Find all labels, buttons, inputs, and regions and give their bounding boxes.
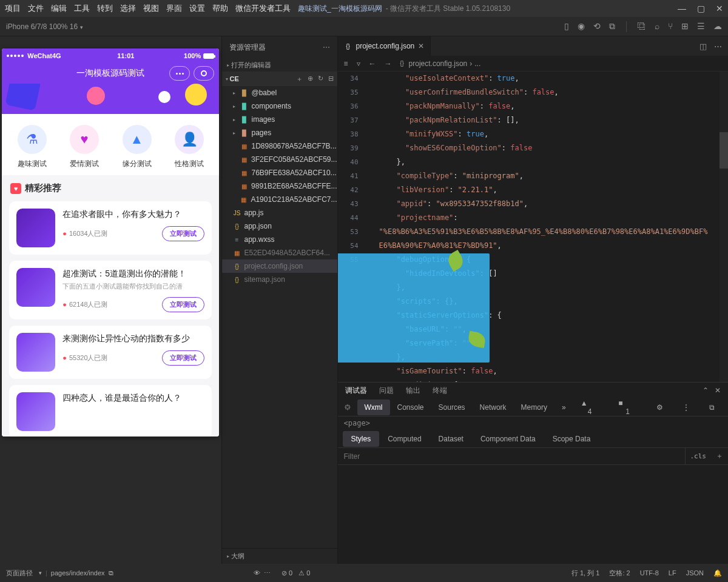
bookmark-icon[interactable]: ▿: [357, 59, 360, 68]
devtools-tab[interactable]: 调试器: [345, 386, 367, 396]
panel-icon[interactable]: ☰: [697, 21, 705, 32]
search-icon[interactable]: ⌕: [655, 21, 659, 32]
tab-close-icon[interactable]: ✕: [418, 42, 424, 50]
inspector-tab[interactable]: Memory: [514, 400, 554, 415]
encoding[interactable]: UTF-8: [640, 569, 659, 577]
styles-tab[interactable]: Scope Data: [544, 431, 599, 447]
cloud-icon[interactable]: ☁: [713, 21, 722, 32]
open-editors-section[interactable]: ▸打开的编辑器: [222, 58, 337, 72]
cursor-position[interactable]: 行 1, 列 1: [571, 569, 599, 578]
inspector-tab[interactable]: Sources: [431, 400, 473, 415]
copy-icon[interactable]: ⧉: [109, 569, 113, 577]
ext-icon[interactable]: ⊞: [681, 21, 689, 32]
capsule-close-icon[interactable]: [194, 66, 214, 81]
test-button[interactable]: 立即测试: [162, 350, 204, 366]
devtools-tab[interactable]: 输出: [406, 386, 420, 396]
more-icon[interactable]: ⋯: [323, 43, 330, 52]
outline-section[interactable]: ▸大纲: [222, 548, 337, 564]
language-mode[interactable]: JSON: [686, 569, 704, 577]
dock-icon[interactable]: ⧉: [702, 400, 722, 415]
styles-tab[interactable]: Component Data: [472, 431, 544, 447]
category-item[interactable]: ▲缘分测试: [123, 125, 152, 169]
eol[interactable]: LF: [669, 569, 676, 577]
capsule-menu-icon[interactable]: [169, 66, 190, 81]
menu-item[interactable]: 帮助: [212, 3, 228, 14]
new-file-icon[interactable]: ＋: [296, 75, 303, 84]
errors-count[interactable]: ⊘ 0: [281, 569, 292, 577]
breadcrumb[interactable]: {}project.config.json›...: [398, 59, 481, 68]
kebab-icon[interactable]: ⋮: [675, 400, 697, 415]
code-editor[interactable]: 3435363738394041424344535455 "useIsolate…: [338, 72, 728, 382]
styles-tab[interactable]: Computed: [379, 431, 430, 447]
menu-item[interactable]: 选择: [120, 3, 136, 14]
menu-item[interactable]: 界面: [166, 3, 182, 14]
card-item[interactable]: 在追求者眼中，你有多大魅力？●16034人已测立即测试: [9, 201, 212, 255]
devtools-tab[interactable]: 问题: [379, 386, 394, 396]
more-icon[interactable]: ⋯: [264, 569, 271, 577]
menu-item[interactable]: 微信开发者工具: [235, 3, 291, 14]
inspect-icon[interactable]: ⯐: [338, 400, 357, 415]
filter-input[interactable]: [338, 452, 685, 461]
list-icon[interactable]: ≡: [344, 59, 348, 68]
add-style-icon[interactable]: ＋: [711, 451, 728, 461]
menu-item[interactable]: 编辑: [51, 3, 67, 14]
card-item[interactable]: 四种恋人，谁是最适合你的人？: [9, 385, 212, 436]
test-button[interactable]: 立即测试: [162, 226, 204, 241]
file-node[interactable]: ▦3F2EFC058A52ABCF59...: [222, 153, 337, 166]
menu-item[interactable]: 视图: [143, 3, 159, 14]
inspector-tab[interactable]: Console: [390, 400, 431, 415]
file-node[interactable]: ▦E52ED4948A52ABCF64...: [222, 246, 337, 259]
bell-icon[interactable]: 🔔: [713, 569, 722, 577]
menu-item[interactable]: 文件: [28, 3, 44, 14]
devtools-close-icon[interactable]: ✕: [715, 386, 721, 395]
category-item[interactable]: ⚗趣味测试: [18, 125, 47, 169]
forward-icon[interactable]: →: [385, 59, 392, 68]
menu-item[interactable]: 转到: [97, 3, 113, 14]
card-item[interactable]: 超准测试：5道题测出你的潜能！下面的五道小测试题能帮你找到自己的潜●62148人…: [9, 261, 212, 319]
file-node[interactable]: ≡app.wxss: [222, 233, 337, 246]
mute-icon[interactable]: ⟲: [593, 21, 601, 32]
device-selector[interactable]: iPhone 6/7/8 100% 16▾: [0, 22, 83, 31]
file-node[interactable]: ▦9891B2E68A52ABCFFE...: [222, 179, 337, 193]
category-item[interactable]: ♥爱情测试: [70, 125, 99, 169]
card-item[interactable]: 来测测你让异性心动的指数有多少●55320人已测立即测试: [9, 326, 212, 379]
test-button[interactable]: 立即测试: [162, 297, 204, 312]
styles-tab[interactable]: Dataset: [430, 431, 472, 447]
category-item[interactable]: 👤性格测试: [175, 125, 204, 169]
file-node[interactable]: ▦76B9FE638A52ABCF10...: [222, 166, 337, 179]
page-path[interactable]: pages/index/index: [51, 569, 105, 577]
tree-root[interactable]: ▾CE ＋ ⊕ ↻ ⊟: [222, 72, 337, 86]
collapse-icon[interactable]: ⊟: [328, 75, 334, 84]
file-node[interactable]: ▦A1901C218A52ABCFC7...: [222, 193, 337, 206]
menu-item[interactable]: 项目: [5, 3, 21, 14]
chevron-up-icon[interactable]: ⌃: [703, 386, 709, 395]
inspector-tab[interactable]: Network: [473, 400, 514, 415]
new-folder-icon[interactable]: ⊕: [308, 75, 313, 84]
more-icon[interactable]: ⋯: [714, 42, 722, 51]
folder-node[interactable]: ▸▉images: [222, 113, 337, 126]
file-node[interactable]: {}app.json: [222, 219, 337, 233]
element-tree[interactable]: <page>: [338, 416, 728, 430]
editor-tab[interactable]: {} project.config.json ✕: [338, 36, 431, 56]
back-icon[interactable]: ←: [369, 59, 376, 68]
file-node[interactable]: {}project.config.json: [222, 259, 337, 273]
file-node[interactable]: JSapp.js: [222, 206, 337, 219]
folder-node[interactable]: ▸▉pages: [222, 126, 337, 139]
more-tabs-icon[interactable]: »: [554, 400, 573, 415]
warnings-badge[interactable]: ▲ 4: [573, 395, 607, 420]
gear-icon[interactable]: ⚙: [649, 400, 670, 415]
branch-icon[interactable]: ⑂: [668, 21, 673, 32]
menu-item[interactable]: 工具: [74, 3, 90, 14]
cls-toggle[interactable]: .cls: [685, 448, 712, 464]
file-node[interactable]: ▦1D8980678A52ABCF7B...: [222, 139, 337, 153]
inspector-tab[interactable]: Wxml: [357, 400, 390, 415]
split-icon[interactable]: ◫: [699, 42, 707, 51]
devtools-tab[interactable]: 终端: [433, 386, 447, 396]
minimize-icon[interactable]: —: [678, 4, 686, 13]
eye-icon[interactable]: 👁: [254, 569, 260, 577]
refresh-icon[interactable]: ↻: [318, 75, 323, 84]
folder-node[interactable]: ▸▉@babel: [222, 86, 337, 99]
info-badge[interactable]: ■ 1: [611, 395, 644, 420]
styles-tab[interactable]: Styles: [343, 431, 380, 447]
minimap[interactable]: [720, 72, 728, 382]
